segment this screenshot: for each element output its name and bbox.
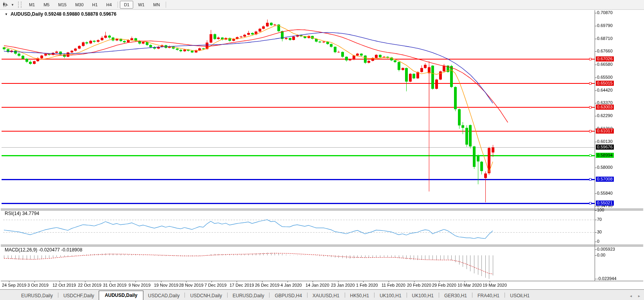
timeframe-button-m5[interactable]: M5 bbox=[40, 1, 53, 9]
chart-title-text: AUDUSD,Daily 0.59248 0.59880 0.58878 0.5… bbox=[11, 11, 116, 17]
tab-xauusd-h1[interactable]: XAUUSD,H1 bbox=[308, 291, 344, 300]
tab-usdcad-daily[interactable]: USDCAD,Daily bbox=[143, 291, 185, 300]
timeframe-button-m1[interactable]: M1 bbox=[25, 1, 39, 9]
tab-separator bbox=[269, 293, 270, 298]
tab-scroll-right-icon[interactable]: ▸ bbox=[638, 294, 640, 298]
tab-separator bbox=[505, 293, 505, 298]
tab-hk50-h1[interactable]: HK50,H1 bbox=[346, 291, 374, 300]
tab-ger30-h1[interactable]: GER30,H1 bbox=[440, 291, 472, 300]
tab-usdcnh-daily[interactable]: USDCNH,Daily bbox=[185, 291, 226, 300]
timeframe-toolbar: ▼ M1M5M15M30H1H4D1W1MN bbox=[0, 0, 644, 10]
tab-scroll-controls: ◂ ▸ bbox=[630, 294, 640, 298]
tab-separator bbox=[58, 293, 58, 298]
symbol-tabbar: EURUSD,DailyUSDCHF,DailyAUDUSD,DailyUSDC… bbox=[0, 289, 644, 300]
tab-fra40-h1[interactable]: FRA40,H1 bbox=[473, 291, 504, 300]
timeframe-button-mn[interactable]: MN bbox=[149, 1, 164, 9]
tab-uk100-h1[interactable]: UK100,H1 bbox=[407, 291, 438, 300]
toolbar-grip bbox=[18, 2, 22, 8]
chart-title: ▼ AUDUSD,Daily 0.59248 0.59880 0.58878 0… bbox=[5, 11, 116, 17]
application-window: ▼ M1M5M15M30H1H4D1W1MN ▼ AUDUSD,Daily 0.… bbox=[0, 0, 644, 300]
collapse-caret-icon[interactable]: ▼ bbox=[5, 13, 8, 16]
tab-separator bbox=[374, 293, 374, 298]
tab-separator bbox=[407, 293, 407, 298]
tab-gbpusd-h4[interactable]: GBPUSD,H4 bbox=[270, 291, 306, 300]
tab-separator bbox=[185, 293, 185, 298]
tab-separator bbox=[227, 293, 228, 298]
tab-separator bbox=[307, 293, 308, 298]
tab-separator bbox=[439, 293, 439, 298]
symbol-tabs: EURUSD,DailyUSDCHF,DailyAUDUSD,DailyUSDC… bbox=[16, 290, 534, 300]
toolbar-separator bbox=[166, 2, 166, 8]
tab-audusd-daily[interactable]: AUDUSD,Daily bbox=[99, 291, 143, 300]
tab-uk100-h1[interactable]: UK100,H1 bbox=[375, 291, 406, 300]
timeframe-button-m30[interactable]: M30 bbox=[71, 1, 87, 9]
chart-canvas[interactable] bbox=[0, 0, 644, 300]
timeframe-button-m15[interactable]: M15 bbox=[54, 1, 70, 9]
macd-pane-title: MACD(12,26,9) -0.020477 -0.018908 bbox=[5, 247, 82, 253]
chart-tool-icon[interactable] bbox=[2, 1, 9, 8]
tab-separator bbox=[345, 293, 345, 298]
timeframe-button-d1[interactable]: D1 bbox=[120, 1, 133, 9]
timeframe-button-h4[interactable]: H4 bbox=[102, 1, 116, 9]
tab-eurusd-daily[interactable]: EURUSD,Daily bbox=[228, 291, 269, 300]
timeframe-button-w1[interactable]: W1 bbox=[134, 1, 148, 9]
toolbar-separator bbox=[118, 2, 118, 8]
tab-scroll-left-icon[interactable]: ◂ bbox=[630, 294, 632, 298]
timeframe-buttons: M1M5M15M30H1H4D1W1MN bbox=[25, 1, 168, 9]
chart-tool-caret-icon[interactable]: ▼ bbox=[9, 3, 16, 7]
tab-usoil-h1[interactable]: USOil,H1 bbox=[505, 291, 534, 300]
rsi-pane-title: RSI(14) 34.7794 bbox=[5, 211, 39, 216]
tab-usdchf-daily[interactable]: USDCHF,Daily bbox=[59, 291, 99, 300]
candlestick-tool-glyph bbox=[2, 2, 9, 7]
tab-eurusd-daily[interactable]: EURUSD,Daily bbox=[16, 291, 58, 300]
timeframe-button-h1[interactable]: H1 bbox=[88, 1, 101, 9]
tab-separator bbox=[472, 293, 472, 298]
